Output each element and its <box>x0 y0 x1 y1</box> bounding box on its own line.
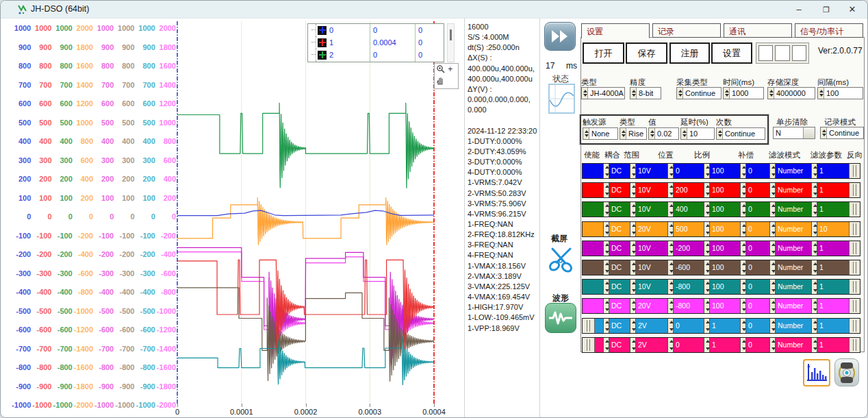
pan-hand-icon[interactable] <box>436 77 445 87</box>
channel-position-spinner[interactable] <box>667 338 674 352</box>
channel-coupling-spinner[interactable] <box>603 319 609 333</box>
channel-range-spinner[interactable] <box>630 183 636 197</box>
legend-row[interactable]: 30.00040 <box>308 61 444 62</box>
config-field-3[interactable]: Continue <box>676 87 722 99</box>
trigger-field-5[interactable]: Continue <box>716 127 765 140</box>
channel-coupling-spinner[interactable] <box>603 183 609 197</box>
step-clear-button[interactable] <box>803 127 815 138</box>
config-field-6[interactable]: 100 <box>817 87 863 99</box>
channel-coupling-spinner[interactable] <box>603 299 609 313</box>
trigger-spinner[interactable] <box>681 128 687 139</box>
channel-row-5[interactable]: DC10V-2001000Number1 <box>582 241 860 256</box>
camera-device-button[interactable] <box>834 358 859 386</box>
trigger-field-1[interactable]: None <box>583 127 618 140</box>
panel-button-1[interactable]: 打开 <box>583 42 624 64</box>
trigger-spinner[interactable] <box>620 128 626 139</box>
channel-row-1[interactable]: DC10V01000Number1 <box>582 163 860 179</box>
channel-ratio-spinner[interactable] <box>704 260 710 275</box>
channel-comp-spinner[interactable] <box>740 299 746 313</box>
channel-comp-spinner[interactable] <box>740 338 746 352</box>
channel-filter-spinner[interactable] <box>769 202 776 217</box>
channel-comp-spinner[interactable] <box>740 241 746 256</box>
tab-设置[interactable]: 设置 <box>581 23 650 38</box>
panel-button-2[interactable]: 保存 <box>626 42 667 64</box>
channel-ratio-spinner[interactable] <box>704 202 710 217</box>
close-button[interactable]: ✕ <box>839 1 866 19</box>
legend-row[interactable]: 10.00040 <box>308 36 444 49</box>
panel-button-4[interactable]: 设置 <box>711 42 752 64</box>
channel-range-spinner[interactable] <box>630 164 636 178</box>
channel-filter-spinner[interactable] <box>769 164 776 178</box>
channel-row-9[interactable]: DC2V010Number1 <box>582 318 860 334</box>
record-mode-spinner[interactable] <box>821 127 827 138</box>
channel-position-spinner[interactable] <box>667 183 674 197</box>
tab-记录[interactable]: 记录 <box>652 23 721 38</box>
trigger-spinner[interactable] <box>583 128 589 139</box>
enable-color-cell[interactable] <box>583 299 603 313</box>
channel-range-spinner[interactable] <box>630 260 636 275</box>
channel-row-4[interactable]: DC20V5001000Number10 <box>582 221 860 237</box>
channel-comp-spinner[interactable] <box>740 222 746 236</box>
channel-invert-toggle[interactable] <box>849 241 860 256</box>
record-mode-field[interactable]: Continue <box>820 127 864 139</box>
channel-row-3[interactable]: DC10V4001000Number1 <box>582 201 860 217</box>
channel-ratio-spinner[interactable] <box>704 299 710 313</box>
channel-invert-toggle[interactable] <box>849 260 860 275</box>
channel-invert-toggle[interactable] <box>849 222 860 236</box>
channel-comp-spinner[interactable] <box>740 164 746 178</box>
enable-color-cell[interactable] <box>583 183 603 197</box>
channel-ratio-spinner[interactable] <box>704 280 710 294</box>
channel-invert-toggle[interactable] <box>849 319 860 333</box>
channel-param-spinner[interactable] <box>811 241 817 256</box>
legend-scrollbar-thumb[interactable] <box>450 29 452 40</box>
maximize-button[interactable]: ❐ <box>813 1 840 19</box>
channel-coupling-spinner[interactable] <box>603 202 609 217</box>
channel-enable-toggle[interactable] <box>583 319 595 333</box>
config-spinner[interactable] <box>818 88 824 99</box>
channel-comp-spinner[interactable] <box>740 260 746 275</box>
config-spinner[interactable] <box>677 88 683 99</box>
channel-ratio-spinner[interactable] <box>704 338 710 352</box>
channel-range-spinner[interactable] <box>630 222 636 236</box>
panel-button-3[interactable]: 注册 <box>669 42 710 64</box>
magnifier-icon[interactable] <box>436 64 446 76</box>
channel-position-spinner[interactable] <box>667 299 674 313</box>
channel-coupling-spinner[interactable] <box>603 222 609 236</box>
trigger-field-4[interactable]: 10 <box>680 127 715 140</box>
minimize-button[interactable]: – <box>785 1 813 19</box>
channel-ratio-spinner[interactable] <box>704 319 710 333</box>
config-spinner[interactable] <box>630 88 637 99</box>
channel-position-spinner[interactable] <box>667 222 674 236</box>
channel-param-spinner[interactable] <box>811 260 817 275</box>
channel-invert-toggle[interactable] <box>849 338 860 352</box>
channel-param-spinner[interactable] <box>811 338 817 352</box>
channel-position-spinner[interactable] <box>667 164 674 178</box>
channel-invert-toggle[interactable] <box>849 164 860 178</box>
enable-color-cell[interactable] <box>583 241 603 256</box>
cursor-legend-table[interactable]: 00010.0004020030.00040 <box>307 23 444 62</box>
enable-color-cell[interactable] <box>583 202 603 217</box>
tab-通讯[interactable]: 通讯 <box>724 23 792 38</box>
legend-row[interactable]: 200 <box>308 49 444 61</box>
channel-comp-spinner[interactable] <box>740 183 746 197</box>
channel-range-spinner[interactable] <box>630 241 636 256</box>
channel-param-spinner[interactable] <box>811 319 817 333</box>
status-waveform-thumbnail[interactable] <box>548 84 575 114</box>
channel-filter-spinner[interactable] <box>769 222 776 236</box>
channel-row-2[interactable]: DC10V2001000Number1 <box>582 182 860 198</box>
enable-color-cell[interactable] <box>583 222 603 236</box>
trigger-spinner[interactable] <box>649 128 655 139</box>
trigger-field-3[interactable]: 0.02 <box>648 127 679 140</box>
channel-invert-toggle[interactable] <box>849 299 860 313</box>
channel-range-spinner[interactable] <box>630 202 636 217</box>
channel-ratio-spinner[interactable] <box>704 164 710 178</box>
channel-coupling-spinner[interactable] <box>603 164 609 178</box>
channel-position-spinner[interactable] <box>667 280 674 294</box>
channel-position-spinner[interactable] <box>667 319 674 333</box>
channel-filter-spinner[interactable] <box>769 299 776 313</box>
channel-enable-toggle[interactable] <box>583 338 595 352</box>
channel-position-spinner[interactable] <box>667 241 674 256</box>
channel-ratio-spinner[interactable] <box>704 222 710 236</box>
config-spinner[interactable] <box>724 88 730 99</box>
channel-param-spinner[interactable] <box>811 280 817 294</box>
